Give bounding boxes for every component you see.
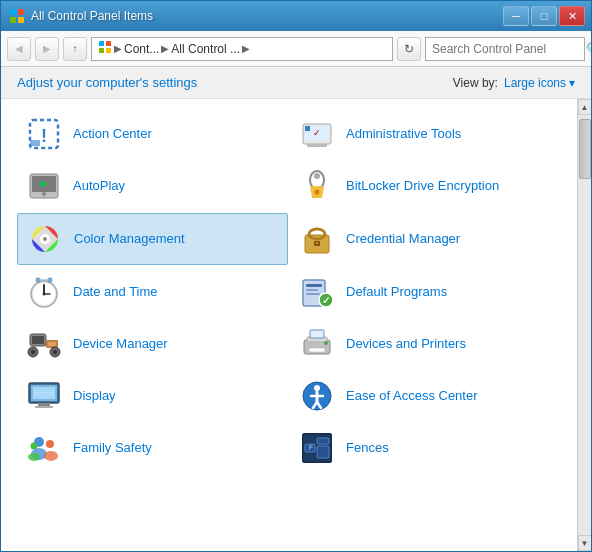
titlebar: All Control Panel Items ─ □ ✕ xyxy=(1,1,591,31)
list-item[interactable]: ✓ Default Programs xyxy=(290,267,561,317)
fences-icon: F xyxy=(298,429,336,467)
item-label: Default Programs xyxy=(346,284,447,301)
list-item[interactable]: AutoPlay xyxy=(17,161,288,211)
forward-button[interactable]: ▶ xyxy=(35,37,59,61)
address-path[interactable]: ▶ Cont... ▶ All Control ... ▶ xyxy=(91,37,393,61)
display-icon xyxy=(25,377,63,415)
svg-rect-40 xyxy=(306,284,322,287)
titlebar-controls: ─ □ ✕ xyxy=(503,6,585,26)
scroll-down-arrow[interactable]: ▼ xyxy=(578,535,592,551)
search-box[interactable]: 🔍 xyxy=(425,37,585,61)
window-title: All Control Panel Items xyxy=(31,9,153,23)
content-area: ! Action Center ✓ xyxy=(1,99,591,551)
items-grid: ! Action Center ✓ xyxy=(17,109,561,473)
window-icon xyxy=(9,8,25,24)
main-content: ! Action Center ✓ xyxy=(1,99,577,551)
svg-rect-80 xyxy=(317,446,329,458)
viewby-dropdown[interactable]: Large icons ▾ xyxy=(504,76,575,90)
svg-point-74 xyxy=(44,451,58,461)
viewby-arrow: ▾ xyxy=(569,76,575,90)
svg-rect-42 xyxy=(306,293,320,295)
list-item[interactable]: ! Action Center xyxy=(17,109,288,159)
item-label: AutoPlay xyxy=(73,178,125,195)
svg-text:F: F xyxy=(309,444,314,451)
svg-rect-10 xyxy=(30,140,40,146)
device-manager-icon xyxy=(25,325,63,363)
svg-point-30 xyxy=(316,242,319,245)
scroll-track[interactable] xyxy=(578,115,591,535)
list-item[interactable]: ✓ Administrative Tools xyxy=(290,109,561,159)
svg-rect-61 xyxy=(35,406,53,408)
item-label: Administrative Tools xyxy=(346,126,461,143)
maximize-button[interactable]: □ xyxy=(531,6,557,26)
action-center-icon: ! xyxy=(25,115,63,153)
search-input[interactable] xyxy=(432,42,582,56)
up-button[interactable]: ↑ xyxy=(63,37,87,61)
svg-point-65 xyxy=(314,385,320,391)
refresh-button[interactable]: ↻ xyxy=(397,37,421,61)
scroll-up-arrow[interactable]: ▲ xyxy=(578,99,592,115)
color-mgmt-icon xyxy=(26,220,64,258)
svg-point-26 xyxy=(43,237,47,241)
scrollbar[interactable]: ▲ ▼ xyxy=(577,99,591,551)
path-sep-2: ▶ xyxy=(161,43,169,54)
path-sep-3: ▶ xyxy=(242,43,250,54)
svg-point-56 xyxy=(324,341,328,345)
devices-printers-icon xyxy=(298,325,336,363)
back-button[interactable]: ◀ xyxy=(7,37,31,61)
list-item[interactable]: Color Management xyxy=(17,213,288,265)
svg-rect-1 xyxy=(18,9,24,15)
svg-rect-3 xyxy=(18,17,24,23)
item-label: Display xyxy=(73,388,116,405)
svg-rect-41 xyxy=(306,289,318,291)
item-label: Ease of Access Center xyxy=(346,388,478,405)
list-item[interactable]: Credential Manager xyxy=(290,213,561,265)
path-part-2[interactable]: All Control ... xyxy=(171,42,240,56)
svg-text:✓: ✓ xyxy=(322,295,330,306)
svg-rect-57 xyxy=(310,330,324,338)
close-button[interactable]: ✕ xyxy=(559,6,585,26)
search-icon: 🔍 xyxy=(586,42,592,56)
item-label: Color Management xyxy=(74,231,185,248)
list-item[interactable]: Family Safety xyxy=(17,423,288,473)
item-label: Date and Time xyxy=(73,284,158,301)
addressbar: ◀ ▶ ↑ ▶ Cont... ▶ All Control ... ▶ ↻ 🔍 xyxy=(1,31,591,67)
svg-text:✓: ✓ xyxy=(313,128,321,138)
view-by-control: View by: Large icons ▾ xyxy=(453,76,575,90)
svg-rect-28 xyxy=(309,229,325,239)
list-item[interactable]: BitLocker Drive Encryption xyxy=(290,161,561,211)
scroll-thumb[interactable] xyxy=(579,119,591,179)
default-programs-icon: ✓ xyxy=(298,273,336,311)
svg-rect-15 xyxy=(305,126,310,131)
list-item[interactable]: Devices and Printers xyxy=(290,319,561,369)
svg-point-35 xyxy=(43,293,46,296)
list-item[interactable]: F Fences xyxy=(290,423,561,473)
path-sep-1: ▶ xyxy=(114,43,122,54)
svg-rect-46 xyxy=(32,336,44,344)
svg-rect-55 xyxy=(309,348,325,352)
item-label: Device Manager xyxy=(73,336,168,353)
svg-rect-5 xyxy=(106,41,111,46)
svg-rect-2 xyxy=(10,17,16,23)
svg-point-75 xyxy=(28,453,40,461)
svg-rect-4 xyxy=(99,41,104,46)
list-item[interactable]: Display xyxy=(17,371,288,421)
credential-icon xyxy=(298,220,336,258)
svg-rect-13 xyxy=(307,144,327,147)
list-item[interactable]: Ease of Access Center xyxy=(290,371,561,421)
autoplay-icon xyxy=(25,167,63,205)
minimize-button[interactable]: ─ xyxy=(503,6,529,26)
item-label: Family Safety xyxy=(73,440,152,457)
svg-point-21 xyxy=(314,173,320,179)
list-item[interactable]: Date and Time xyxy=(17,267,288,317)
item-label: Credential Manager xyxy=(346,231,460,248)
svg-rect-79 xyxy=(317,438,329,444)
viewby-value: Large icons xyxy=(504,76,566,90)
svg-rect-60 xyxy=(38,403,50,406)
svg-point-52 xyxy=(53,350,57,354)
path-part-1[interactable]: Cont... xyxy=(124,42,159,56)
item-label: Action Center xyxy=(73,126,152,143)
item-label: BitLocker Drive Encryption xyxy=(346,178,499,195)
list-item[interactable]: Device Manager xyxy=(17,319,288,369)
svg-point-18 xyxy=(42,192,46,196)
